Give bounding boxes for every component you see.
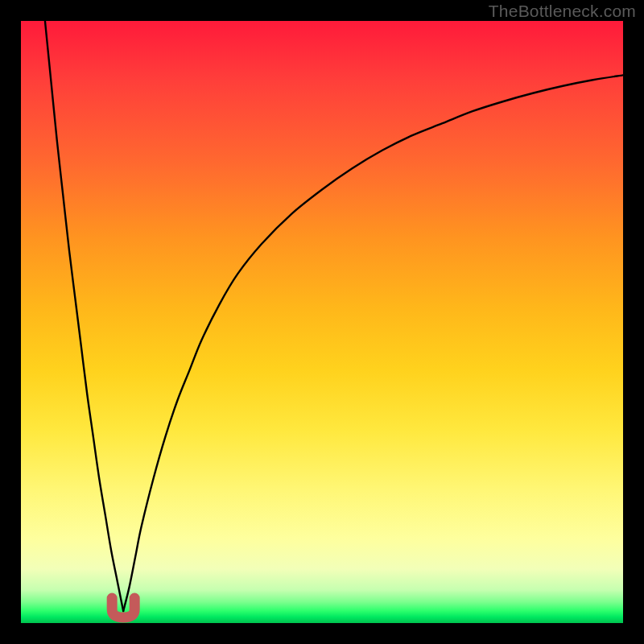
chart-frame: TheBottleneck.com xyxy=(0,0,644,644)
curve-layer xyxy=(21,21,623,623)
left-branch-curve xyxy=(45,21,123,611)
watermark-text: TheBottleneck.com xyxy=(489,2,636,21)
plot-area xyxy=(21,21,623,623)
right-branch-curve xyxy=(123,75,623,611)
